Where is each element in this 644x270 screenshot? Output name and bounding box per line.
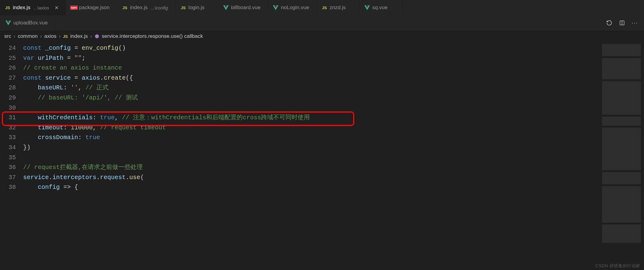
chevron-right-icon: ›: [14, 33, 16, 39]
split-editor-icon[interactable]: [618, 19, 626, 27]
breadcrumb-file[interactable]: index.js: [70, 33, 88, 39]
code-content[interactable]: const _config = env_config()var urlPath …: [23, 42, 599, 270]
js-icon: JS: [322, 5, 327, 10]
tab-label: index.js: [130, 5, 148, 11]
code-line-27[interactable]: const service = axios.create({: [23, 73, 599, 83]
code-line-25[interactable]: var urlPath = "";: [23, 53, 599, 63]
editor-area: 242526272829303132333435363738 const _co…: [0, 42, 644, 270]
breadcrumb-symbol[interactable]: service.interceptors.response.use() call…: [102, 33, 203, 39]
code-line-34[interactable]: }): [23, 143, 599, 153]
breadcrumb[interactable]: src › common › axios › JS index.js › ser…: [0, 31, 644, 42]
more-actions-icon[interactable]: ···: [631, 19, 639, 27]
tab-label: znzd.js: [330, 5, 346, 11]
tab-package-json[interactable]: npmpackage.json: [66, 0, 117, 15]
tab-index-js[interactable]: JSindex.js...\axios✕: [0, 0, 66, 15]
chevron-right-icon: ›: [90, 33, 92, 39]
history-icon[interactable]: [606, 19, 613, 27]
chevron-right-icon: ›: [40, 33, 42, 39]
tab-label: login.js: [188, 5, 205, 11]
watermark: CSDN @骄傲的行动家: [595, 263, 640, 269]
code-line-38[interactable]: config => {: [23, 182, 599, 193]
tabs-row-2: uploadBox.vue ···: [0, 15, 644, 31]
js-icon: JS: [123, 5, 127, 10]
code-line-30[interactable]: [23, 103, 599, 113]
tab-suffix: ...\axios: [34, 5, 49, 10]
editor-actions: ···: [600, 15, 644, 31]
code-line-26[interactable]: // create an axios instance: [23, 63, 599, 73]
code-line-31[interactable]: withCredentials: true, // 注意：withCredent…: [23, 113, 599, 123]
tab-label: uploadBox.vue: [13, 20, 48, 26]
code-line-32[interactable]: timeout: 110000, // request timeout: [23, 123, 599, 133]
breadcrumb-item[interactable]: common: [18, 33, 38, 39]
close-icon[interactable]: ✕: [55, 5, 59, 11]
code-line-28[interactable]: baseURL: '', // 正式: [23, 83, 599, 93]
tab-suffix: ...\config: [151, 5, 168, 10]
tab-znzd-js[interactable]: JSznzd.js: [317, 0, 360, 15]
code-line-29[interactable]: // baseURL: '/api/', // 测试: [23, 93, 599, 103]
code-line-35[interactable]: [23, 153, 599, 163]
code-line-37[interactable]: service.interceptors.request.use(: [23, 173, 599, 183]
js-icon: JS: [5, 5, 10, 10]
js-icon: JS: [63, 34, 68, 39]
breadcrumb-item[interactable]: src: [4, 33, 11, 39]
breadcrumb-item[interactable]: axios: [44, 33, 56, 39]
tabs-row-1: JSindex.js...\axios✕npmpackage.jsonJSind…: [0, 0, 644, 15]
minimap[interactable]: [599, 42, 644, 270]
code-line-24[interactable]: const _config = env_config(): [23, 43, 599, 53]
code-line-36[interactable]: // request拦截器,在请求之前做一些处理: [23, 163, 599, 173]
code-line-33[interactable]: crossDomain: true: [23, 133, 599, 143]
tab-label: billboard.vue: [231, 5, 260, 11]
vue-icon: [364, 5, 370, 10]
line-gutter: 242526272829303132333435363738: [0, 42, 23, 270]
js-icon: JS: [181, 5, 186, 10]
tab-nologin-vue[interactable]: noLogin.vue: [268, 0, 317, 15]
vue-icon: [223, 5, 229, 10]
tab-label: sq.vue: [372, 5, 388, 11]
tab-sq-vue[interactable]: sq.vue: [360, 0, 402, 15]
tab-label: index.js: [13, 5, 30, 11]
chevron-right-icon: ›: [59, 33, 61, 39]
vue-icon: [5, 20, 11, 26]
tab-label: package.json: [79, 5, 109, 11]
tab-billboard-vue[interactable]: billboard.vue: [218, 0, 268, 15]
tab-login-js[interactable]: JSlogin.js: [176, 0, 218, 15]
tab-index-js[interactable]: JSindex.js...\config: [117, 0, 176, 15]
npm-icon: npm: [70, 5, 78, 10]
tab-label: noLogin.vue: [281, 5, 309, 11]
method-icon: [95, 34, 99, 39]
tab-uploadbox-vue[interactable]: uploadBox.vue: [0, 15, 55, 31]
vue-icon: [273, 5, 278, 10]
